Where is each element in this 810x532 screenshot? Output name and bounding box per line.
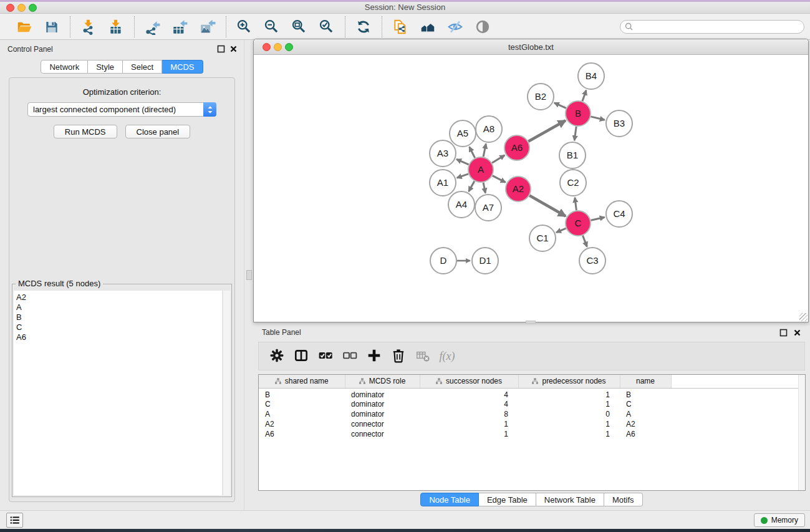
mcds-result-item[interactable]: A6 <box>16 332 222 342</box>
table-row[interactable]: Adominator80A <box>259 409 805 419</box>
delete-column-button[interactable] <box>389 346 408 367</box>
graph-edge-C-C2[interactable] <box>575 198 577 210</box>
network-canvas[interactable]: B4B2BB3A8A5A6A3B1AA1C2A2A4A7C4CC1DD1C3 <box>254 56 808 322</box>
graph-edge-C-C1[interactable] <box>556 228 566 233</box>
result-list-scrollbar[interactable] <box>223 291 230 495</box>
float-panel-icon[interactable] <box>217 45 225 53</box>
column-header-MCDS-role[interactable]: MCDS role <box>345 375 420 388</box>
refresh-view-icon <box>355 19 372 35</box>
column-header-predecessor-nodes[interactable]: predecessor nodes <box>518 375 620 388</box>
criterion-select[interactable]: largest connected component (directed) <box>27 102 216 117</box>
mcds-tab-content: Optimization criterion: largest connecte… <box>9 77 235 502</box>
export-table-button[interactable] <box>169 16 191 37</box>
mcds-result-item[interactable]: A <box>16 302 222 312</box>
close-panel-icon[interactable] <box>229 45 238 53</box>
graph-edge-B-B2[interactable] <box>554 103 566 109</box>
memory-label: Memory <box>771 516 798 525</box>
mcds-result-list: A2ABCA6 <box>14 291 222 495</box>
graph-node-label-A3: A3 <box>437 148 448 158</box>
float-table-panel-icon[interactable] <box>779 329 788 337</box>
criterion-selected-value: largest connected component (directed) <box>33 105 176 114</box>
mcds-result-groupbox: MCDS result (5 nodes) A2ABCA6 <box>12 284 232 497</box>
show-all-networks-button[interactable] <box>417 16 439 37</box>
attribute-tree-icon <box>275 378 281 384</box>
graph-node-label-A4: A4 <box>456 199 467 210</box>
table-settings-button[interactable] <box>268 346 286 367</box>
zoom-in-button[interactable] <box>233 16 256 37</box>
mcds-result-item[interactable]: C <box>16 322 222 332</box>
tab-network[interactable]: Network <box>41 60 88 74</box>
optimization-criterion-label: Optimization criterion: <box>9 87 234 97</box>
duplicate-network-button[interactable] <box>389 16 412 37</box>
column-header-successor-nodes[interactable]: successor nodes <box>420 375 518 388</box>
search-icon <box>624 22 634 32</box>
graph-edge-A-A5[interactable] <box>470 147 475 158</box>
graph-edge-A-A1[interactable] <box>457 174 468 178</box>
resize-grip-icon[interactable] <box>799 313 808 321</box>
export-image-button[interactable] <box>196 16 219 37</box>
mcds-result-item[interactable]: A2 <box>16 293 222 302</box>
graph-edge-B-B3[interactable] <box>591 117 604 120</box>
graph-edge-A-A7[interactable] <box>483 183 485 193</box>
graph-edge-A2-C[interactable] <box>529 195 566 216</box>
graph-edge-A-A2[interactable] <box>493 176 506 183</box>
mcds-result-item[interactable]: B <box>16 312 222 322</box>
select-all-columns-button[interactable] <box>316 346 335 367</box>
tab-node-table[interactable]: Node Table <box>420 493 479 506</box>
graph-edge-A-A4[interactable] <box>469 181 475 191</box>
table-row[interactable]: A6connector11A6 <box>259 429 805 439</box>
graph-edge-A-A8[interactable] <box>483 144 486 157</box>
splitter-handle-left[interactable] <box>246 270 252 280</box>
export-network-button[interactable] <box>142 16 164 37</box>
task-history-button[interactable] <box>6 513 23 528</box>
zoom-out-button[interactable] <box>261 16 283 37</box>
tab-motifs[interactable]: Motifs <box>604 493 643 506</box>
splitter-handle-bottom[interactable] <box>526 321 536 324</box>
export-image-icon <box>200 19 216 35</box>
attribute-tree-icon <box>532 378 538 384</box>
graph-edge-C-C3[interactable] <box>583 236 587 247</box>
memory-button[interactable]: Memory <box>754 513 805 527</box>
zoom-selected-icon <box>319 19 335 35</box>
graph-edge-B-B1[interactable] <box>574 127 576 140</box>
refresh-view-button[interactable] <box>352 16 375 37</box>
tab-edge-table[interactable]: Edge Table <box>479 493 536 506</box>
graph-edge-C-C4[interactable] <box>591 217 605 220</box>
open-file-button[interactable] <box>13 16 36 37</box>
control-panel-tabs: NetworkStyleSelectMCDS <box>0 60 244 74</box>
tab-style[interactable]: Style <box>88 60 123 74</box>
table-row[interactable]: Cdominator41C <box>259 399 805 409</box>
graph-node-label-A8: A8 <box>483 123 494 134</box>
network-window-titlebar[interactable]: testGlobe.txt <box>254 39 808 55</box>
hide-selected-button[interactable] <box>444 16 466 37</box>
column-header-name[interactable]: name <box>620 375 671 388</box>
search-input[interactable] <box>634 21 804 32</box>
deselect-all-columns-button[interactable] <box>340 346 359 367</box>
column-header-shared-name[interactable]: shared name <box>259 375 345 388</box>
tab-mcds[interactable]: MCDS <box>162 60 203 74</box>
import-table-icon <box>108 19 124 35</box>
close-panel-button[interactable]: Close panel <box>125 125 191 138</box>
close-table-panel-icon[interactable] <box>793 329 801 337</box>
import-table-button[interactable] <box>105 16 127 37</box>
table-scrollbar[interactable] <box>798 375 805 490</box>
tab-select[interactable]: Select <box>123 60 162 74</box>
search-field[interactable] <box>620 20 804 34</box>
show-hidden-button[interactable] <box>471 16 494 37</box>
graph-edge-B-B4[interactable] <box>582 90 586 102</box>
graph-node-label-A6: A6 <box>511 142 523 153</box>
graph-edge-A-A3[interactable] <box>456 159 469 164</box>
import-network-button[interactable] <box>77 16 100 37</box>
zoom-in-icon <box>236 19 253 35</box>
tab-network-table[interactable]: Network Table <box>536 493 604 506</box>
run-mcds-button[interactable]: Run MCDS <box>54 125 117 138</box>
graph-edge-A6-B[interactable] <box>528 120 566 141</box>
save-session-button[interactable] <box>41 16 63 37</box>
zoom-selected-button[interactable] <box>316 16 338 37</box>
add-column-button[interactable] <box>365 346 383 367</box>
table-row[interactable]: A2connector11A2 <box>259 419 805 429</box>
graph-edge-A-A6[interactable] <box>492 155 504 163</box>
table-row[interactable]: Bdominator41B <box>259 388 805 399</box>
show-columns-button[interactable] <box>292 346 311 367</box>
zoom-fit-button[interactable] <box>288 16 311 37</box>
